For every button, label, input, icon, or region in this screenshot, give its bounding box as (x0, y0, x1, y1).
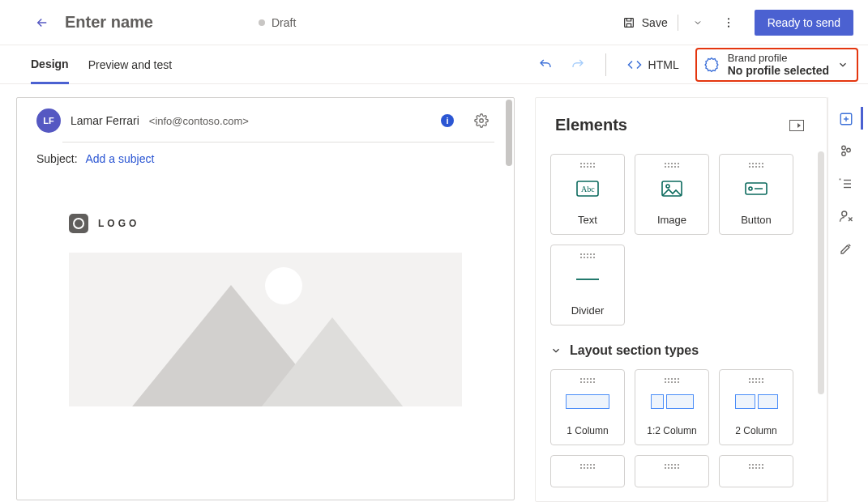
brand-profile-text: Brand profile No profile selected (728, 52, 829, 78)
layout-tile-1-2-column[interactable]: 1:2 Column (635, 369, 709, 445)
drag-grip-icon (580, 163, 595, 164)
rail-person-add-icon[interactable] (828, 209, 863, 223)
html-toggle-label: HTML (648, 58, 679, 71)
layout-tile-placeholder[interactable] (550, 455, 625, 487)
elements-panel: Elements Abc Text (535, 97, 827, 502)
page-title-input[interactable]: Enter name (65, 13, 153, 32)
logo-block[interactable]: LOGO (17, 185, 514, 253)
rail-elements-icon[interactable] (828, 112, 863, 126)
svg-point-17 (846, 148, 850, 152)
svg-point-1 (728, 18, 729, 19)
drag-grip-icon (665, 163, 679, 164)
separator (678, 15, 678, 31)
element-tile-label: Text (578, 214, 597, 226)
text-icon: Abc (576, 179, 599, 198)
separator (605, 53, 606, 76)
svg-point-18 (841, 152, 845, 156)
element-tile-label: Image (657, 214, 686, 226)
drag-grip-icon (580, 253, 595, 255)
layout-tile-label: 2 Column (735, 425, 776, 436)
subject-label: Subject: (36, 152, 78, 165)
avatar: LF (36, 108, 61, 133)
save-button-label: Save (642, 16, 668, 29)
rail-list-icon[interactable]: * (828, 177, 863, 191)
scrollbar[interactable] (818, 151, 824, 394)
html-toggle-button[interactable]: HTML (621, 57, 686, 72)
header-bar: Enter name Draft Save Ready to send (0, 0, 868, 45)
svg-point-16 (841, 146, 845, 150)
brand-profile-dropdown[interactable]: Brand profile No profile selected (695, 48, 858, 82)
drag-grip-icon (749, 163, 763, 164)
divider-icon (576, 270, 599, 289)
element-tile-divider[interactable]: Divider (550, 245, 625, 325)
logo-text: LOGO (98, 218, 139, 229)
add-subject-link[interactable]: Add a subject (85, 152, 154, 165)
svg-point-10 (749, 187, 752, 190)
rosette-icon (703, 57, 720, 73)
layout-tile-2-column[interactable]: 2 Column (719, 369, 793, 445)
tab-design[interactable]: Design (31, 46, 69, 84)
layout-tile-placeholder[interactable] (635, 455, 709, 487)
svg-point-23 (841, 211, 846, 216)
svg-text:Abc: Abc (581, 185, 595, 194)
back-icon[interactable] (29, 10, 55, 36)
from-name: Lamar Ferrari (71, 114, 139, 127)
more-vertical-icon[interactable] (716, 10, 742, 36)
chevron-down-icon (837, 59, 849, 70)
save-button[interactable]: Save (619, 16, 671, 29)
chevron-down-icon (550, 345, 562, 356)
right-tool-rail: * (827, 97, 863, 502)
svg-text:*: * (839, 177, 841, 184)
image-placeholder[interactable] (69, 253, 462, 406)
svg-rect-0 (624, 18, 633, 27)
element-tile-text[interactable]: Abc Text (550, 154, 625, 235)
save-options-chevron-icon[interactable] (685, 10, 711, 36)
tab-preview[interactable]: Preview and test (88, 45, 173, 83)
status-dot-icon (259, 19, 265, 26)
scrollbar[interactable] (506, 100, 512, 166)
element-tile-label: Button (741, 214, 772, 226)
elements-panel-title: Elements (555, 116, 627, 134)
element-tile-button[interactable]: Button (719, 154, 793, 235)
email-canvas[interactable]: LF Lamar Ferrari <info@contoso.com> i Su… (16, 97, 515, 500)
svg-point-3 (728, 25, 729, 27)
subject-row: Subject: Add a subject (17, 143, 514, 185)
logo-icon (69, 214, 88, 233)
rail-brush-icon[interactable] (828, 241, 863, 256)
info-icon[interactable]: i (441, 114, 454, 127)
from-email: <info@contoso.com> (149, 115, 249, 127)
button-icon (745, 179, 768, 198)
svg-point-4 (480, 119, 484, 123)
primary-button-label: Ready to send (768, 16, 840, 29)
undo-icon[interactable] (532, 52, 558, 78)
element-tile-image[interactable]: Image (635, 154, 709, 235)
status-text: Draft (272, 16, 296, 29)
layout-tile-label: 1:2 Column (647, 425, 696, 436)
gear-icon[interactable] (468, 108, 494, 134)
status-indicator: Draft (259, 16, 296, 29)
layout-tile-label: 1 Column (567, 425, 608, 436)
redo-icon[interactable] (565, 52, 591, 78)
element-tile-label: Divider (571, 304, 604, 317)
layout-tile-placeholder[interactable] (719, 455, 793, 487)
collapse-panel-icon[interactable] (789, 120, 804, 131)
svg-point-8 (666, 185, 669, 188)
layout-section-header[interactable]: Layout section types (536, 343, 823, 369)
svg-point-2 (728, 21, 729, 23)
ready-to-send-button[interactable]: Ready to send (755, 10, 853, 36)
layout-tile-1-column[interactable]: 1 Column (550, 369, 625, 445)
rail-people-icon[interactable] (828, 144, 863, 159)
image-icon (661, 179, 682, 198)
toolbar: Design Preview and test HTML Brand profi… (0, 45, 868, 84)
